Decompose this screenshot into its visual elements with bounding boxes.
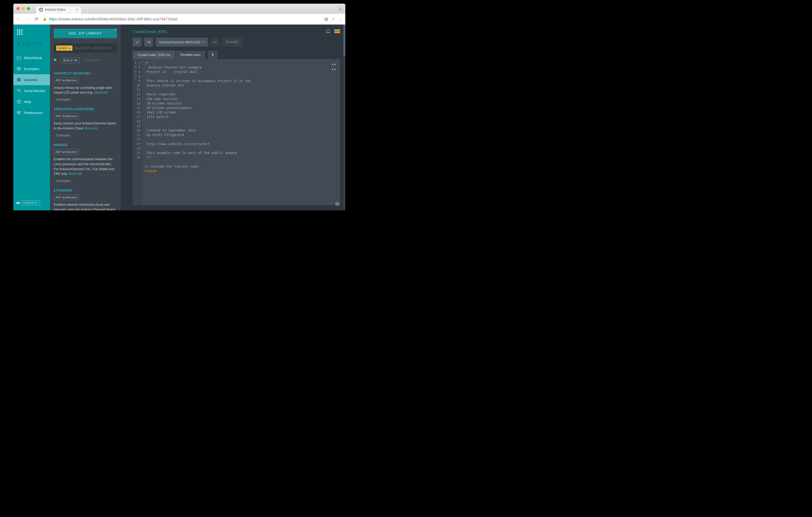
nav-preferences[interactable]: Preferences xyxy=(13,107,50,118)
scrollbar-thumb[interactable] xyxy=(344,25,345,56)
editor-tab-readme[interactable]: ReadMe.adoc xyxy=(176,51,205,59)
url-protocol: https xyxy=(49,17,57,21)
close-tab-icon[interactable]: × xyxy=(76,7,78,12)
tabs-dropdown[interactable]: ▼ xyxy=(208,51,218,59)
back-button[interactable]: ← xyxy=(16,16,21,22)
library-search-input[interactable] xyxy=(75,46,116,50)
editor-brand: ❯ EDITOR xyxy=(13,37,50,52)
svg-rect-26 xyxy=(337,203,339,206)
library-examples-link[interactable]: ›Examples xyxy=(54,179,117,183)
libraries-panel: ✕ ADD .ZIP LIBRARY SAMD ✕ 🔍 BUILT-IN CUS… xyxy=(50,25,121,210)
library-item[interactable]: ADAFRUIT NEOPIXELANY architectureArduino… xyxy=(54,71,117,102)
library-examples-link[interactable]: ›Examples xyxy=(54,133,117,138)
board-select[interactable]: Arduino/Genuino MKR1000 ▼ xyxy=(156,38,208,47)
maximize-window-button[interactable] xyxy=(27,7,30,10)
sidenav: ❯ EDITOR Sketchbook Examples Libraries S… xyxy=(13,25,50,210)
url-path: ://create.arduino.cc/editor/00alis/40432… xyxy=(57,17,177,21)
close-window-button[interactable] xyxy=(17,7,20,10)
library-name: BRIDGE xyxy=(54,143,117,147)
list-icon xyxy=(17,66,21,71)
code-editor[interactable]: 1 2 3 4 5 6 7 8 9 10 11 12 13 14 15 16 1… xyxy=(133,59,340,205)
nav-label: Help xyxy=(24,100,31,104)
arduino-favicon-icon xyxy=(39,8,43,11)
infinity-icon: ∞ xyxy=(16,200,20,206)
nav-label: Serial Monitor xyxy=(24,89,46,93)
library-name: ETHERNET xyxy=(54,188,117,193)
main-scrollbar[interactable] xyxy=(344,25,345,210)
panel-icon[interactable]: ▤ xyxy=(324,17,328,22)
library-search: SAMD ✕ xyxy=(54,43,117,53)
svg-rect-27 xyxy=(336,202,338,205)
address-bar-actions: ▤ ☆ ⋮ xyxy=(324,17,343,22)
nav-sketchbook[interactable]: Sketchbook xyxy=(13,52,50,63)
library-name: ADAFRUIT NEOPIXEL xyxy=(54,71,117,76)
svg-point-8 xyxy=(17,89,19,91)
user-avatar[interactable] xyxy=(334,29,340,33)
notifications-button[interactable] xyxy=(325,28,331,34)
folder-icon xyxy=(17,55,21,60)
close-panel-icon[interactable]: ✕ xyxy=(114,27,117,32)
library-description: Enables the communication between the Li… xyxy=(54,157,117,176)
copy-icon[interactable] xyxy=(335,202,340,207)
editor-tab-main[interactable]: CystalCreate_ENG.ino xyxy=(133,51,175,59)
chevron-right-icon: › xyxy=(54,133,55,138)
library-arch-badge: ANY architecture xyxy=(54,78,79,83)
upload-button[interactable] xyxy=(144,38,153,47)
overflow-menu-icon[interactable]: ⋮ xyxy=(339,17,343,22)
code-area[interactable]: /* Arduino Starter Kit example Project 1… xyxy=(143,59,340,205)
nav-libraries[interactable]: Libraries xyxy=(13,74,50,85)
editor-toolbar: Arduino/Genuino MKR1000 ▼ SHARE xyxy=(121,34,345,49)
reload-button[interactable]: ⟳ xyxy=(34,16,39,22)
svg-point-19 xyxy=(213,42,214,42)
more-info-link[interactable]: More info xyxy=(68,172,82,176)
library-name: ARDUINOCLOUDTHING xyxy=(54,107,117,112)
forward-button[interactable]: → xyxy=(25,16,30,22)
svg-point-0 xyxy=(340,7,341,9)
chip-label: SAMD xyxy=(58,47,67,50)
chevron-right-icon: › xyxy=(54,179,55,183)
more-info-link[interactable]: More info xyxy=(94,91,108,94)
svg-rect-7 xyxy=(20,79,21,81)
verify-button[interactable] xyxy=(133,38,142,47)
minimize-window-button[interactable] xyxy=(22,7,25,10)
bookmark-star-icon[interactable]: ☆ xyxy=(332,17,335,22)
add-zip-library-button[interactable]: ADD .ZIP LIBRARY xyxy=(54,29,117,38)
library-arch-badge: ANY architecture xyxy=(54,113,79,119)
library-examples-link[interactable]: ›Examples xyxy=(54,97,117,102)
fullscreen-button[interactable] xyxy=(331,64,337,70)
search-filter-chip[interactable]: SAMD ✕ xyxy=(56,45,72,51)
library-description: Arduino library for controlling single-w… xyxy=(54,86,117,95)
profile-chip[interactable] xyxy=(338,6,343,11)
apps-grid-button[interactable] xyxy=(13,25,50,37)
browser-tab[interactable]: Arduino Editor × xyxy=(35,6,82,13)
more-info-link[interactable]: More info xyxy=(84,126,98,130)
remove-chip-icon[interactable]: ✕ xyxy=(68,47,71,50)
chevron-right-icon: ❯ xyxy=(17,41,21,47)
tab-title: Arduino Editor xyxy=(45,8,66,11)
share-button[interactable]: SHARE xyxy=(222,38,242,47)
help-icon xyxy=(17,99,21,104)
nav-help[interactable]: Help xyxy=(13,96,50,107)
more-actions-button[interactable] xyxy=(210,38,220,47)
library-item[interactable]: ARDUINOCLOUDTHINGANY architectureEasly c… xyxy=(54,107,117,138)
brand-label: EDITOR xyxy=(22,41,42,47)
nav-label: Examples xyxy=(24,67,39,71)
library-item[interactable]: BRIDGEANY architectureEnables the commun… xyxy=(54,143,117,183)
library-item[interactable]: ETHERNETANY architectureEnables network … xyxy=(54,188,117,210)
svg-rect-6 xyxy=(19,79,20,81)
library-list[interactable]: ADAFRUIT NEOPIXELANY architectureArduino… xyxy=(50,65,121,210)
apps-icon xyxy=(17,29,50,35)
url-box[interactable]: 🔒 https://create.arduino.cc/editor/00ali… xyxy=(42,17,321,21)
nav-examples[interactable]: Examples xyxy=(13,63,50,74)
search-icon[interactable]: 🔍 xyxy=(54,59,58,62)
monitor-icon xyxy=(17,88,21,93)
filter-built-in[interactable]: BUILT-IN xyxy=(61,58,80,63)
library-arch-badge: ANY architecture xyxy=(54,149,79,155)
filter-custom[interactable]: CUSTOM xyxy=(83,58,102,63)
chevron-right-icon: › xyxy=(54,97,55,102)
editor-header: CystalCreate_ENG xyxy=(121,25,345,34)
nav-serial-monitor[interactable]: Serial Monitor xyxy=(13,85,50,96)
nav-label: Libraries xyxy=(24,78,37,82)
nav-label: Sketchbook xyxy=(24,56,42,60)
sketch-name[interactable]: CystalCreate_ENG xyxy=(133,29,167,34)
